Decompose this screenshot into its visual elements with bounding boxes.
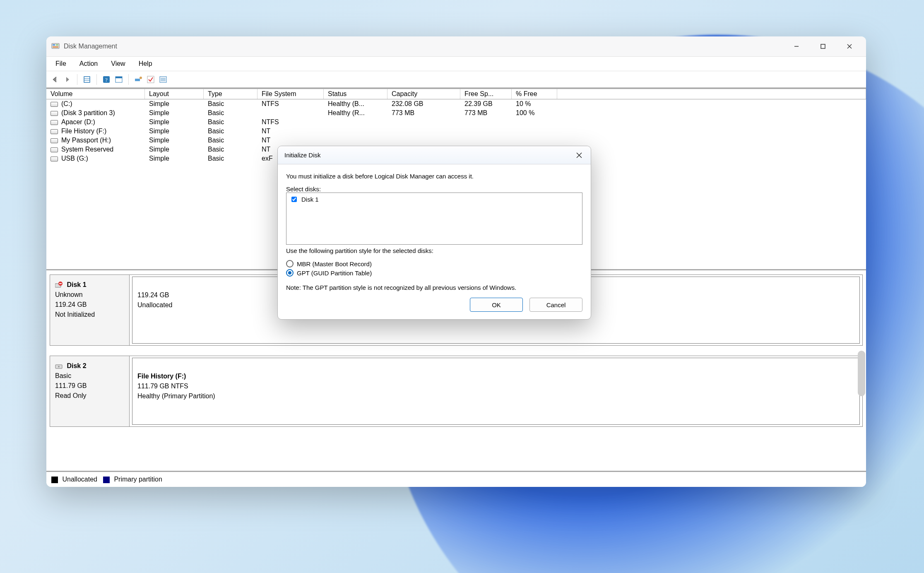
disk-label[interactable]: Disk 2 Basic 111.79 GB Read Only bbox=[50, 356, 130, 426]
partition-status: Healthy (Primary Partition) bbox=[137, 392, 215, 400]
partition-size: 119.24 GB bbox=[137, 291, 169, 299]
svg-rect-5 bbox=[821, 44, 825, 48]
toolbar-settings-button[interactable] bbox=[133, 74, 144, 85]
radio-mbr-label: MBR (Master Boot Record) bbox=[297, 260, 372, 267]
partition-size: 111.79 GB NTFS bbox=[137, 383, 188, 390]
volume-icon bbox=[51, 120, 58, 125]
close-button[interactable] bbox=[836, 36, 863, 56]
disk-icon bbox=[55, 363, 63, 370]
scrollbar-thumb[interactable] bbox=[858, 351, 865, 396]
svg-rect-3 bbox=[53, 46, 58, 48]
toolbar-separator bbox=[128, 74, 129, 85]
volume-icon bbox=[51, 138, 58, 143]
radio-icon bbox=[286, 269, 294, 277]
svg-point-16 bbox=[140, 77, 142, 79]
col-fs[interactable]: File System bbox=[257, 89, 324, 99]
menu-help[interactable]: Help bbox=[132, 58, 159, 69]
cell-type: Basic bbox=[204, 136, 257, 145]
col-type[interactable]: Type bbox=[204, 89, 257, 99]
disk-size: 111.79 GB bbox=[55, 382, 87, 389]
cell-volume: (C:) bbox=[46, 99, 145, 108]
cell-status: Healthy (R... bbox=[324, 108, 387, 118]
cell-volume: USB (G:) bbox=[46, 154, 145, 163]
cell-capacity bbox=[387, 118, 460, 127]
cell-type: Basic bbox=[204, 154, 257, 163]
volume-row[interactable]: My Passport (H:)SimpleBasicNT bbox=[46, 136, 866, 145]
svg-text:?: ? bbox=[105, 77, 108, 83]
nav-forward-button[interactable] bbox=[62, 74, 73, 85]
toolbar-help-button[interactable]: ? bbox=[101, 74, 112, 85]
cell-pctfree: 100 % bbox=[512, 108, 557, 118]
cell-status bbox=[324, 136, 387, 145]
cell-type: Basic bbox=[204, 118, 257, 127]
cell-capacity bbox=[387, 136, 460, 145]
col-pctfree[interactable]: % Free bbox=[512, 89, 557, 99]
volume-row[interactable]: (Disk 3 partition 3)SimpleBasicHealthy (… bbox=[46, 108, 866, 118]
partition-style-label: Use the following partition style for th… bbox=[286, 247, 582, 254]
volume-icon bbox=[51, 102, 58, 107]
disk-select-list[interactable]: Disk 1 bbox=[286, 193, 582, 245]
select-disks-label: Select disks: bbox=[286, 185, 582, 193]
toolbar-list-button[interactable] bbox=[158, 74, 168, 85]
maximize-button[interactable] bbox=[810, 36, 836, 56]
initialize-disk-dialog: Initialize Disk You must initialize a di… bbox=[277, 146, 591, 320]
cell-layout: Simple bbox=[145, 154, 204, 163]
disk-label[interactable]: Disk 1 Unknown 119.24 GB Not Initialized bbox=[50, 275, 130, 345]
cell-layout: Simple bbox=[145, 118, 204, 127]
swatch-primary bbox=[103, 477, 110, 483]
svg-rect-24 bbox=[59, 283, 62, 284]
volume-icon bbox=[51, 129, 58, 134]
disk-name: Disk 2 bbox=[67, 362, 86, 369]
toolbar: ? bbox=[46, 71, 866, 88]
toolbar-detail-button[interactable] bbox=[113, 74, 124, 85]
cell-pctfree: 10 % bbox=[512, 99, 557, 108]
cell-layout: Simple bbox=[145, 127, 204, 136]
volume-row[interactable]: (C:)SimpleBasicNTFSHealthy (B...232.08 G… bbox=[46, 99, 866, 108]
volume-row[interactable]: Apacer (D:)SimpleBasicNTFS bbox=[46, 118, 866, 127]
dialog-intro: You must initialize a disk before Logica… bbox=[286, 173, 582, 180]
menu-file[interactable]: File bbox=[49, 58, 73, 69]
titlebar[interactable]: Disk Management bbox=[46, 36, 866, 56]
menu-view[interactable]: View bbox=[104, 58, 132, 69]
partition-block[interactable]: File History (F:) 111.79 GB NTFS Healthy… bbox=[132, 358, 860, 425]
ok-button[interactable]: OK bbox=[470, 298, 523, 312]
dialog-title: Initialize Disk bbox=[284, 152, 321, 159]
volume-row[interactable]: File History (F:)SimpleBasicNT bbox=[46, 127, 866, 136]
disk-checkbox[interactable] bbox=[291, 197, 297, 202]
menu-action[interactable]: Action bbox=[73, 58, 104, 69]
radio-gpt[interactable]: GPT (GUID Partition Table) bbox=[286, 269, 582, 277]
svg-rect-14 bbox=[116, 77, 122, 78]
cell-capacity: 232.08 GB bbox=[387, 99, 460, 108]
disk-row[interactable]: Disk 2 Basic 111.79 GB Read Only File Hi… bbox=[50, 356, 863, 427]
cell-status bbox=[324, 118, 387, 127]
dialog-close-button[interactable] bbox=[571, 148, 587, 163]
col-status[interactable]: Status bbox=[324, 89, 387, 99]
volume-icon bbox=[51, 111, 58, 116]
nav-back-button[interactable] bbox=[50, 74, 60, 85]
disk-management-icon bbox=[51, 42, 60, 51]
cancel-button[interactable]: Cancel bbox=[529, 298, 582, 312]
col-layout[interactable]: Layout bbox=[145, 89, 204, 99]
minimize-button[interactable] bbox=[783, 36, 810, 56]
dialog-titlebar[interactable]: Initialize Disk bbox=[278, 146, 591, 164]
dialog-note: Note: The GPT partition style is not rec… bbox=[286, 284, 582, 291]
cell-capacity bbox=[387, 127, 460, 136]
cell-type: Basic bbox=[204, 108, 257, 118]
disk-size: 119.24 GB bbox=[55, 301, 87, 308]
col-free[interactable]: Free Sp... bbox=[460, 89, 512, 99]
svg-rect-8 bbox=[84, 77, 90, 82]
disk-select-item[interactable]: Disk 1 bbox=[290, 195, 579, 203]
volume-list-header[interactable]: Volume Layout Type File System Status Ca… bbox=[46, 89, 866, 99]
partition-name: File History (F:) bbox=[137, 373, 186, 380]
menubar: File Action View Help bbox=[46, 56, 866, 71]
cell-free bbox=[460, 127, 512, 136]
radio-mbr[interactable]: MBR (Master Boot Record) bbox=[286, 260, 582, 267]
toolbar-check-button[interactable] bbox=[145, 74, 156, 85]
cell-volume: Apacer (D:) bbox=[46, 118, 145, 127]
col-volume[interactable]: Volume bbox=[46, 89, 145, 99]
cell-free bbox=[460, 118, 512, 127]
col-capacity[interactable]: Capacity bbox=[387, 89, 460, 99]
legend-primary: Primary partition bbox=[103, 476, 162, 483]
toolbar-properties-button[interactable] bbox=[82, 74, 92, 85]
legend-unallocated: Unallocated bbox=[51, 476, 97, 483]
